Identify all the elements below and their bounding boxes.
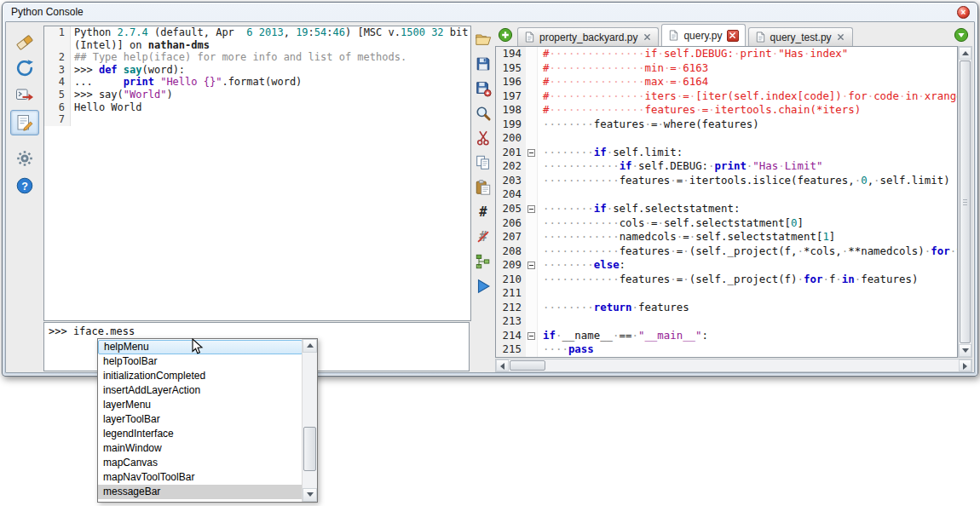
close-button[interactable]: × [957, 6, 970, 19]
line-number: 5 [44, 89, 71, 101]
tab-strip: property_backyard.pyquery.pyquery_test.p… [517, 24, 856, 46]
console-output[interactable]: 1Python 2.7.4 (default, Apr 6 2013, 19:5… [43, 26, 471, 321]
fold-margin[interactable] [526, 146, 538, 160]
autocomplete-item-mapNavToolToolBar[interactable]: mapNavToolToolBar [98, 470, 303, 485]
editor-line: 211 [496, 286, 957, 301]
file-icon [524, 32, 535, 43]
tab-query-py[interactable]: query.py [661, 24, 745, 46]
fold-collapse-icon[interactable] [527, 332, 535, 340]
clear-console-button[interactable] [10, 28, 39, 54]
editor-line-text: ········features·=·where(features) [538, 118, 759, 132]
window-title: Python Console [11, 3, 84, 21]
mouse-cursor [192, 338, 204, 359]
object-inspector-button[interactable] [471, 250, 495, 273]
new-tab-button[interactable] [498, 27, 513, 43]
fold-margin[interactable] [526, 258, 538, 273]
file-icon [668, 30, 679, 41]
editor-line: 213 [496, 314, 957, 329]
fold-margin [526, 244, 538, 259]
save-button[interactable] [471, 53, 495, 75]
scroll-right-button[interactable] [959, 359, 971, 371]
fold-margin[interactable] [526, 202, 538, 216]
python-console-window: Python Console × ? 1Python 2.7.4 (defaul… [2, 2, 978, 377]
autocomplete-item-insertAddLayerAction[interactable]: insertAddLayerAction [98, 383, 303, 398]
tab-query_test-py[interactable]: query_test.py [748, 27, 853, 46]
open-file-button[interactable] [471, 28, 495, 50]
find-text-icon [475, 105, 492, 122]
import-class-button[interactable] [10, 55, 39, 81]
arrow-right-icon [963, 363, 967, 370]
find-text-button[interactable] [471, 102, 495, 124]
arrow-up-icon [962, 51, 969, 55]
show-editor-button[interactable] [10, 110, 39, 135]
title-bar[interactable]: Python Console × [3, 3, 977, 21]
autocomplete-item-mainWindow[interactable]: mainWindow [98, 441, 303, 456]
autocomplete-item-layerToolBar[interactable]: layerToolBar [98, 412, 303, 427]
copy-button[interactable] [471, 152, 495, 174]
autocomplete-scrollbar[interactable] [302, 339, 317, 502]
tab-close-icon[interactable] [642, 32, 652, 43]
editor-line-text: #···············max·=·6164 [538, 75, 708, 89]
tab-list-button[interactable] [954, 27, 969, 43]
line-number: 6 [44, 101, 71, 114]
tab-close-icon[interactable] [727, 30, 739, 42]
editor-tab-bar: property_backyard.pyquery.pyquery_test.p… [495, 25, 971, 46]
scroll-left-button[interactable] [496, 359, 509, 371]
autocomplete-item-legendInterface[interactable]: legendInterface [98, 427, 303, 441]
line-number: 201 [496, 146, 526, 160]
autocomplete-item-mapCanvas[interactable]: mapCanvas [98, 456, 303, 470]
fold-margin[interactable] [526, 329, 538, 343]
editor-line-text: #···············if·self.DEBUG:·print·"Ha… [538, 47, 848, 61]
help-button[interactable]: ? [10, 173, 39, 198]
console-line-text: Hello World [71, 101, 141, 114]
fold-collapse-icon[interactable] [527, 262, 535, 269]
line-number: 203 [496, 174, 526, 188]
fold-margin [526, 314, 538, 329]
editor-line-text: ············cols·=·self.selectstatment[0… [538, 216, 804, 231]
editor-line-text: #···············features·=·itertools.cha… [538, 103, 861, 118]
editor-horizontal-scrollbar[interactable] [495, 359, 972, 372]
autocomplete-item-layerMenu[interactable]: layerMenu [98, 398, 303, 412]
fold-collapse-icon[interactable] [527, 205, 535, 213]
editor-line: 207············namedcols·=·self.selectst… [496, 230, 957, 244]
cut-button[interactable] [471, 127, 495, 149]
svg-text:#: # [479, 204, 487, 220]
editor-line-text: #···············min·=·6163 [538, 61, 708, 76]
editor-line-text: ············features·=·(self._project(f,… [538, 244, 957, 259]
autocomplete-item-initializationCompleted[interactable]: initializationCompleted [98, 369, 303, 383]
save-icon [475, 55, 492, 72]
fold-margin [526, 216, 538, 231]
console-line-text [71, 113, 74, 126]
arrow-left-icon [500, 363, 504, 370]
tab-close-icon[interactable] [836, 32, 846, 43]
scroll-down-button[interactable] [303, 488, 317, 502]
vertical-scroll-thumb[interactable] [960, 60, 971, 343]
editor-line: 198#···············features·=·itertools.… [496, 103, 957, 118]
horizontal-scroll-thumb[interactable] [510, 360, 545, 371]
tab-property_backyard-py[interactable]: property_backyard.py [517, 27, 659, 46]
paste-button[interactable] [471, 176, 495, 198]
paste-icon [475, 179, 492, 196]
run-script-button[interactable] [471, 275, 495, 297]
uncomment-button[interactable]: # [471, 226, 495, 248]
save-as-button[interactable] [471, 78, 495, 100]
fold-margin [526, 301, 538, 315]
import-class-icon [15, 59, 34, 78]
scroll-up-button[interactable] [959, 47, 971, 60]
console-line-text: Python 2.7.4 (default, Apr 6 2013, 19:54… [71, 26, 468, 39]
comment-button[interactable]: # [471, 201, 495, 223]
line-number: 4 [44, 76, 71, 89]
editor-vertical-scrollbar[interactable] [958, 46, 972, 358]
editor-line-text [538, 286, 543, 301]
code-editor[interactable]: 194#···············if·self.DEBUG:·print·… [495, 46, 958, 358]
scroll-up-button[interactable] [303, 339, 317, 353]
options-button[interactable] [10, 146, 39, 171]
scroll-down-button[interactable] [959, 344, 971, 357]
editor-line-text: ············namedcols·=·self.selectstatm… [538, 230, 835, 244]
autocomplete-popup: helpMenuhelpToolBarinitializationComplet… [97, 338, 318, 503]
autocomplete-item-messageBar[interactable]: messageBar [98, 485, 303, 499]
autocomplete-scroll-thumb[interactable] [303, 427, 316, 471]
run-command-button[interactable] [10, 83, 39, 108]
console-line-text: ## Type help(iface) for more info and li… [71, 51, 406, 64]
fold-collapse-icon[interactable] [527, 149, 535, 157]
